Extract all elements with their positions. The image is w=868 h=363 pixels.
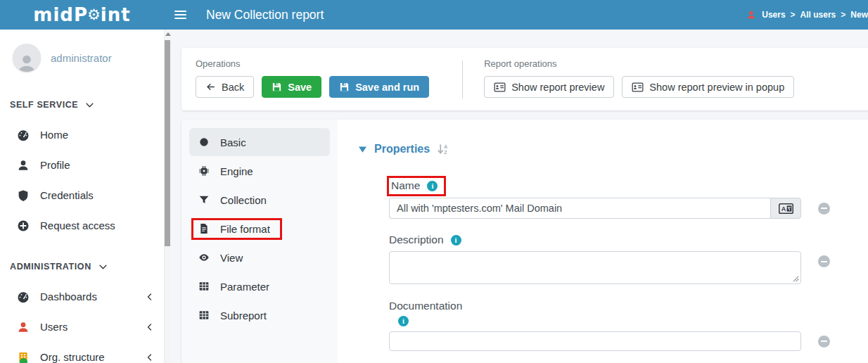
description-field-group: Description i [389,234,853,284]
report-operations-group: Report operations Show report preview Sh… [484,58,794,98]
tab-engine[interactable]: Engine [189,157,330,185]
sidebar-item-users[interactable]: Users [0,312,164,342]
chevron-left-icon [146,353,154,362]
tab-subreport[interactable]: Subreport [189,301,330,329]
tab-list: Basic Engine Collection File format View [181,120,338,363]
save-button[interactable]: Save [262,76,321,98]
microchip-icon [198,165,210,177]
operations-label: Operations [196,58,429,69]
breadcrumb-item[interactable]: New [850,10,868,20]
documentation-input[interactable] [389,331,801,351]
sidebar: administrator SELF SERVICE Home Profile … [0,30,164,363]
tab-basic[interactable]: Basic [189,128,330,156]
app-logo[interactable]: midP⚙int [0,4,164,25]
chevron-down-icon [98,262,108,272]
documentation-label: Documentation [389,300,853,312]
annotation-box-file-format: File format [191,218,282,240]
chevron-left-icon [146,323,154,331]
svg-text:A: A [444,144,447,149]
id-card-icon [494,82,506,92]
breadcrumb-separator: > [791,10,796,20]
sidebar-item-home[interactable]: Home [0,120,164,150]
sidebar-item-dashboards[interactable]: Dashboards [0,281,164,312]
tab-view[interactable]: View [189,243,330,272]
breadcrumb-item[interactable]: Users [762,10,785,20]
gauge-icon [17,129,30,141]
sidebar-item-partial-icon [20,358,27,363]
sidebar-item-profile[interactable]: Profile [0,150,164,180]
info-icon[interactable]: i [398,316,409,326]
avatar [13,44,41,72]
sidebar-section-administration[interactable]: ADMINISTRATION [0,252,164,281]
top-header: midP⚙int New Collection report Users > A… [0,0,868,30]
report-editor-card: Basic Engine Collection File format View [181,120,868,363]
breadcrumb-separator: > [841,10,845,20]
file-icon [198,223,210,234]
svg-text:Z: Z [444,150,447,155]
caret-down-icon[interactable] [359,146,366,153]
translate-icon: A [779,203,793,214]
shield-icon [17,189,30,202]
arrow-left-icon [205,82,216,91]
resize-handle-icon[interactable] [793,276,799,282]
name-field-group: Name i A [389,176,853,219]
eye-icon [198,252,210,263]
sort-alpha-icon[interactable]: AZ [438,144,449,155]
scrollbar-thumb[interactable] [165,40,170,246]
user-menu[interactable]: administrator [0,30,164,79]
remove-value-button[interactable] [818,336,830,348]
page-title: New Collection report [206,8,324,23]
menu-toggle-icon[interactable] [164,0,196,30]
back-button[interactable]: Back [196,76,254,98]
tab-file-format[interactable]: File format [189,215,330,243]
remove-value-button[interactable] [818,203,830,215]
user-icon [17,321,30,333]
filter-icon [198,194,210,205]
chevron-down-icon [85,101,94,110]
user-icon [17,159,30,172]
polystring-language-button[interactable]: A [770,198,801,219]
save-icon [339,82,350,92]
operations-group: Operations Back Save Save and run [196,58,429,98]
user-icon [746,10,756,20]
tab-collection[interactable]: Collection [189,186,330,214]
id-card-icon [632,82,644,92]
documentation-field-group: Documentation i [389,300,853,351]
user-name: administrator [51,52,112,64]
gear-logo-icon: ⚙ [87,8,101,23]
chevron-left-icon [146,293,154,301]
description-textarea[interactable] [389,251,801,284]
name-label: Name [391,179,420,192]
show-report-preview-popup-button[interactable]: Show report preview in popup [622,76,794,98]
properties-fields: Name i A [389,176,853,363]
sidebar-item-request-access[interactable]: Request access [0,210,164,241]
remove-value-button[interactable] [818,255,830,267]
basic-tab-panel: Properties AZ Name i A [338,120,868,363]
properties-section-header: Properties AZ [359,143,868,155]
sidebar-item-credentials[interactable]: Credentials [0,180,164,210]
toolbar-divider [462,60,463,98]
table-icon [198,310,210,321]
sidebar-section-self-service[interactable]: SELF SERVICE [0,90,164,120]
description-label: Description [389,234,444,246]
table-icon [198,281,210,292]
annotation-box-name: Name i [387,176,446,196]
section-title: Properties [374,143,430,155]
info-icon[interactable]: i [451,235,461,246]
plus-circle-icon [17,219,30,232]
main-content: Operations Back Save Save and run Report… [170,30,868,363]
save-and-run-button[interactable]: Save and run [329,76,429,98]
breadcrumb-item[interactable]: All users [800,10,836,20]
report-operations-label: Report operations [484,58,794,69]
show-report-preview-button[interactable]: Show report preview [484,76,614,98]
circle-icon [198,136,210,148]
name-input[interactable] [389,198,770,219]
operations-toolbar: Operations Back Save Save and run Report… [181,48,868,110]
tab-parameter[interactable]: Parameter [189,272,330,300]
gauge-icon [17,291,30,303]
info-icon[interactable]: i [427,181,438,191]
breadcrumb: Users > All users > New [746,10,868,20]
save-icon [272,82,282,92]
svg-text:A: A [781,205,786,212]
sidebar-scrollbar [164,30,170,363]
